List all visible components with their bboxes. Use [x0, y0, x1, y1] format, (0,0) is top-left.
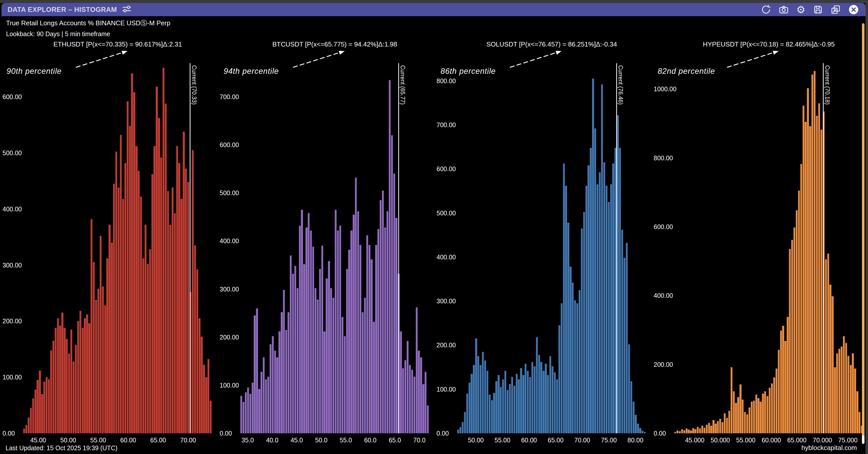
current-value-label: Current (70.18) — [824, 65, 830, 105]
x-tick-label: 45.000 — [685, 436, 704, 444]
panel-title: HYPEUSDT [P(x<=70.18) = 82.465%]Δ:-0.95 — [703, 40, 835, 48]
histogram-bar — [854, 369, 856, 433]
camera-icon[interactable] — [779, 4, 789, 15]
histogram-bar — [498, 375, 499, 433]
y-tick-label: 0.00 — [654, 430, 666, 437]
histogram-bar — [569, 267, 571, 433]
histogram-bar — [594, 129, 596, 433]
y-tick-label: 600.00 — [654, 223, 673, 230]
histogram-bar — [859, 412, 861, 433]
histogram-bar — [603, 162, 605, 433]
histogram-bar — [50, 350, 52, 433]
annotation-arrow-line — [727, 52, 775, 67]
histogram-bar — [371, 259, 372, 433]
histogram-bar — [829, 285, 831, 433]
histogram-bar — [840, 346, 842, 433]
histogram-bar — [55, 328, 57, 433]
histogram-bar — [208, 359, 209, 433]
histogram-bar — [825, 259, 827, 433]
histogram-bar — [308, 213, 310, 433]
histogram-bar — [192, 150, 194, 433]
settings-icon[interactable]: ⚙ — [796, 4, 805, 15]
y-tick-label: 1000.00 — [654, 85, 676, 92]
histogram-bar — [706, 425, 707, 433]
histogram-bar — [341, 317, 343, 433]
histogram-bar — [679, 431, 680, 433]
y-tick-label: 200.00 — [654, 361, 673, 368]
histogram-bar — [520, 368, 522, 433]
histogram-bar — [274, 350, 276, 433]
y-tick-label: 200.00 — [436, 341, 456, 348]
histogram-bar — [534, 366, 535, 433]
histogram-bar — [160, 158, 162, 433]
histogram-bar — [719, 419, 721, 433]
y-tick-label: 300.00 — [436, 297, 456, 305]
histogram-bar — [154, 146, 155, 433]
histogram-bar — [66, 339, 68, 433]
histogram-bar — [760, 402, 762, 433]
histogram-bar — [469, 383, 470, 433]
save-icon[interactable] — [813, 4, 823, 15]
histogram-bar — [775, 369, 777, 433]
histogram-bar — [577, 303, 578, 433]
histogram-bar — [314, 288, 316, 433]
histogram-panel-HYPEUSDT: HYPEUSDT [P(x<=70.18) = 82.465%]Δ:-0.958… — [651, 38, 868, 454]
histogram-bar — [32, 398, 34, 433]
y-tick-label: 0.00 — [436, 430, 449, 437]
y-tick-label: 300.00 — [2, 262, 22, 269]
histogram-bar — [637, 424, 639, 433]
histogram-bar — [73, 362, 74, 433]
histogram-bars — [457, 79, 646, 433]
x-tick-label: 40.0 — [266, 436, 278, 444]
histogram-bar — [86, 314, 88, 433]
histogram-bar — [787, 317, 788, 433]
x-tick-label: 35.0 — [241, 436, 254, 444]
histogram-bar — [572, 283, 574, 433]
histogram-bar — [579, 290, 581, 433]
histogram-bar — [764, 391, 766, 433]
histogram-bar — [124, 163, 126, 433]
histogram-bar — [814, 71, 815, 433]
histogram-bar — [357, 211, 359, 433]
histogram-bar — [780, 331, 782, 433]
histogram-bar — [418, 350, 420, 433]
y-tick-label: 500.00 — [220, 189, 239, 196]
histogram-bar — [811, 75, 813, 433]
y-tick-label: 0.00 — [220, 430, 232, 437]
histogram-bar — [64, 328, 65, 433]
x-tick-label: 65.0 — [389, 436, 401, 444]
histogram-bar — [43, 382, 45, 433]
histogram-bar — [297, 288, 298, 433]
histogram-bar — [597, 184, 598, 433]
y-tick-label: 500.00 — [436, 209, 456, 217]
histogram-bar — [746, 414, 748, 433]
duplicate-icon[interactable] — [831, 4, 841, 15]
histogram-bar — [287, 312, 289, 433]
histogram-bar — [247, 388, 249, 433]
histogram-bar — [415, 307, 417, 433]
histogram-bar — [836, 353, 838, 433]
histogram-bar — [350, 230, 352, 433]
histogram-bar — [639, 428, 641, 433]
y-tick-label: 200.00 — [2, 317, 22, 324]
histogram-bar — [97, 289, 99, 433]
percentile-annotation: 82nd percentile — [658, 67, 715, 76]
refresh-icon[interactable] — [761, 4, 771, 15]
histogram-bar — [742, 400, 744, 433]
sliders-icon[interactable] — [121, 4, 132, 16]
histogram-bar — [583, 212, 585, 433]
scrollbar-tip[interactable] — [862, 435, 865, 444]
histogram-bar — [601, 84, 603, 433]
histogram-bar — [495, 381, 497, 433]
close-icon[interactable] — [848, 4, 859, 15]
histogram-bar — [201, 337, 203, 433]
histogram-bar — [205, 377, 207, 433]
histogram-bar — [633, 402, 634, 433]
histogram-bar — [106, 258, 108, 433]
histogram-bar — [93, 262, 95, 433]
histogram-bar — [475, 339, 477, 433]
histogram-bar — [41, 394, 43, 433]
scrollbar-thumb[interactable] — [862, 23, 865, 444]
histogram-bar — [644, 432, 646, 433]
histogram-bar — [111, 243, 113, 433]
